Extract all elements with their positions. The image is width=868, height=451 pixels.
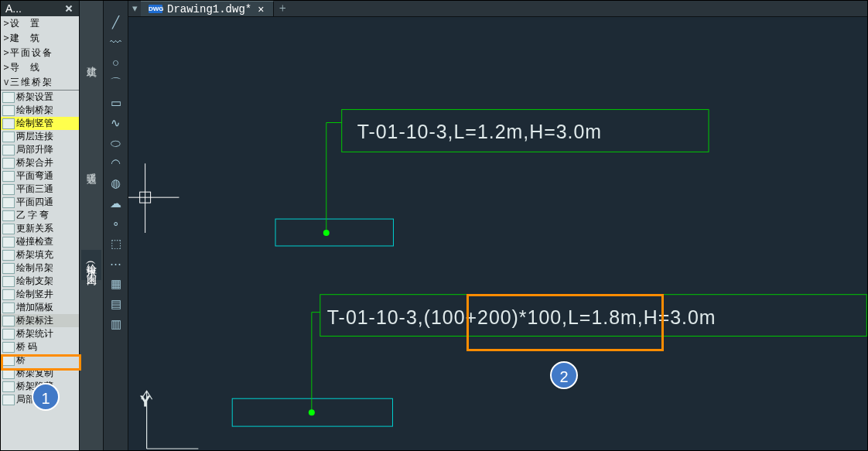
command-label: 绘制桥架: [16, 104, 53, 117]
hatch-tool-icon[interactable]: ◍: [108, 176, 125, 191]
command-icon: [2, 329, 15, 340]
command-item[interactable]: 桥架设置: [1, 91, 79, 104]
command-label: 更新关系: [16, 222, 53, 235]
command-icon: [2, 184, 15, 195]
command-item[interactable]: 乙 字 弯: [1, 209, 79, 222]
partial-ellipse-icon[interactable]: ◠: [108, 155, 125, 171]
label-text[interactable]: T-01-10-3,(100+200)*100,L=1.8m,H=3.0m: [327, 306, 716, 328]
command-label: 桥架标注: [16, 314, 53, 327]
command-icon: [2, 118, 15, 129]
revcloud-tool-icon[interactable]: ☁: [108, 196, 125, 211]
command-item[interactable]: 碰撞检查: [1, 235, 79, 248]
leader-anchor-icon: [323, 230, 330, 236]
command-item[interactable]: 桥架合并: [1, 156, 79, 169]
command-label: 桥架合并: [16, 156, 53, 169]
table-tool-icon[interactable]: ▥: [108, 316, 125, 332]
command-item[interactable]: 绘制桥架: [1, 104, 79, 117]
measure-tool-icon[interactable]: ⋯: [108, 256, 125, 272]
tree-label: 三维桥架: [10, 76, 77, 89]
command-item[interactable]: 桥架复制: [1, 367, 79, 380]
command-icon: [2, 289, 15, 300]
command-label: 桥: [16, 354, 26, 367]
command-label: 桥架填充: [16, 248, 53, 261]
command-item[interactable]: 局部升降: [1, 143, 79, 156]
command-item[interactable]: 两层连接: [1, 130, 79, 143]
label-text[interactable]: T-01-10-3,L=1.2m,H=3.0m: [357, 121, 602, 142]
command-item[interactable]: 桥 码: [1, 340, 79, 354]
command-item[interactable]: 桥架隐藏: [1, 380, 79, 393]
command-item[interactable]: 绘制竖管: [1, 117, 79, 130]
command-item[interactable]: 增加隔板: [1, 301, 79, 314]
command-label: 平面三通: [16, 183, 53, 196]
tree-item[interactable]: v 三维桥架: [1, 75, 79, 90]
tray-object[interactable]: [275, 219, 393, 246]
command-icon: [2, 342, 15, 353]
command-item[interactable]: 平面三通: [1, 183, 79, 196]
palette-tree: > 设置 > 建筑 > 平面设备 > 导线 v 三维桥架: [1, 16, 79, 91]
command-icon: [2, 237, 15, 248]
ellipse-tool-icon[interactable]: ⬭: [108, 135, 125, 151]
chevron-right-icon[interactable]: >: [2, 17, 10, 30]
vtab-building[interactable]: 建筑: [81, 52, 101, 67]
tree-item[interactable]: > 导线: [1, 60, 79, 75]
command-icon: [2, 302, 15, 313]
chevron-down-icon[interactable]: v: [2, 76, 10, 89]
command-item[interactable]: 绘制支架: [1, 275, 79, 288]
command-item[interactable]: 桥: [1, 354, 79, 367]
command-icon: [2, 92, 15, 103]
command-item[interactable]: 绘制吊架: [1, 261, 79, 275]
line-tool-icon[interactable]: ╱: [108, 15, 125, 30]
command-item[interactable]: 绘制竖井: [1, 288, 79, 301]
vertical-tab-strip: 建筑 暖通 给排水(室内): [80, 1, 104, 451]
tree-label: 设置: [10, 17, 77, 30]
command-icon: [2, 224, 15, 234]
command-item[interactable]: 桥架统计: [1, 327, 79, 340]
command-item[interactable]: 平面四通: [1, 196, 79, 209]
command-label: 两层连接: [16, 130, 53, 143]
tree-item[interactable]: > 平面设备: [1, 46, 79, 60]
svg-text:Y: Y: [141, 394, 151, 409]
command-label: 桥 码: [16, 340, 37, 354]
vtab-plumbing[interactable]: 给排水(室内): [81, 250, 101, 280]
chevron-right-icon[interactable]: >: [2, 61, 10, 74]
tree-item[interactable]: > 建筑: [1, 31, 79, 46]
circle-tool-icon[interactable]: ○: [108, 55, 125, 70]
command-icon: [2, 210, 15, 221]
region-tool-icon[interactable]: ▦: [108, 276, 125, 292]
arc-tool-icon[interactable]: ⌒: [108, 75, 125, 91]
ucs-icon: Y: [141, 391, 199, 449]
tab-list-dropdown-icon[interactable]: ▾: [128, 1, 141, 16]
polyline-tool-icon[interactable]: 〰: [108, 35, 125, 50]
command-item[interactable]: 局部隐藏: [1, 393, 79, 406]
block-tool-icon[interactable]: ⬚: [108, 236, 125, 251]
point-tool-icon[interactable]: ∘: [108, 216, 125, 231]
command-list: 桥架设置绘制桥架绘制竖管两层连接局部升降桥架合并平面弯通平面三通平面四通乙 字 …: [1, 91, 79, 451]
command-label: 平面四通: [16, 196, 53, 209]
palette-title-text: A...: [5, 2, 22, 15]
command-label: 桥架隐藏: [16, 380, 53, 393]
command-icon: [2, 132, 15, 142]
command-label: 乙 字 弯: [16, 209, 49, 222]
document-tab[interactable]: DWG Drawing1.dwg* ×: [141, 1, 274, 16]
command-item[interactable]: 更新关系: [1, 222, 79, 235]
close-icon[interactable]: [63, 3, 74, 14]
chevron-right-icon[interactable]: >: [2, 46, 10, 60]
drawing-canvas[interactable]: T-01-10-3,L=1.2m,H=3.0m T-01-10-3,(100+2…: [128, 17, 867, 450]
command-item[interactable]: 桥架填充: [1, 248, 79, 261]
command-label: 局部升降: [16, 143, 53, 156]
command-item[interactable]: 桥架标注: [1, 314, 79, 327]
command-label: 碰撞检查: [16, 235, 53, 248]
wipeout-tool-icon[interactable]: ▤: [108, 296, 125, 312]
tab-close-icon[interactable]: ×: [256, 3, 265, 15]
command-label: 绘制支架: [16, 275, 53, 288]
rectangle-tool-icon[interactable]: ▭: [108, 95, 125, 111]
tree-item[interactable]: > 设置: [1, 16, 79, 31]
new-tab-button[interactable]: +: [274, 1, 291, 16]
chevron-right-icon[interactable]: >: [2, 32, 10, 45]
leader-anchor-icon: [309, 409, 315, 415]
tree-label: 平面设备: [10, 46, 77, 60]
vtab-hvac[interactable]: 暖通: [81, 159, 101, 174]
command-icon: [2, 171, 15, 182]
spline-tool-icon[interactable]: ∿: [108, 115, 125, 131]
command-item[interactable]: 平面弯通: [1, 169, 79, 183]
